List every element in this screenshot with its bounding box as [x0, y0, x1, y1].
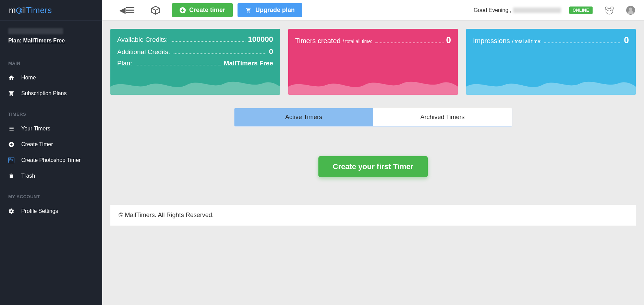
- nav-label-ps-timer: Create Photoshop Timer: [21, 157, 81, 163]
- plan-card-label: Plan:: [117, 60, 132, 67]
- mailchimp-icon[interactable]: [604, 5, 615, 15]
- available-credits-value: 100000: [248, 35, 273, 44]
- additional-credits-label: Additional Credits:: [117, 48, 170, 56]
- available-credits-label: Available Credits:: [117, 36, 168, 43]
- cart-icon: [245, 8, 252, 13]
- greeting-text: Good Evening ,: [474, 7, 511, 13]
- cart-icon: [8, 90, 14, 97]
- user-section: Plan: MailTimers Free: [0, 21, 102, 50]
- timers-created-card: Timers created / total all time: 0: [288, 29, 458, 95]
- timer-tabs: Active Timers Archived Timers: [234, 108, 512, 127]
- arrow-left-icon: ◀: [119, 5, 125, 15]
- sidebar-item-profile-settings[interactable]: Profile Settings: [0, 203, 102, 219]
- plan-link[interactable]: MailTimers Free: [23, 38, 65, 43]
- user-name-redacted: [8, 28, 63, 34]
- sidebar-item-create-timer[interactable]: Create Timer: [0, 137, 102, 152]
- create-timer-label: Create timer: [189, 7, 225, 14]
- nav-label-subscription: Subscription Plans: [21, 90, 67, 97]
- sidebar-item-create-ps-timer[interactable]: Create Photoshop Timer: [0, 152, 102, 168]
- sidebar-item-subscription[interactable]: Subscription Plans: [0, 86, 102, 101]
- stat-cards: Available Credits: 100000 Additional Cre…: [110, 29, 636, 95]
- gears-icon: [8, 208, 14, 214]
- tab-active-timers[interactable]: Active Timers: [234, 108, 373, 126]
- svg-point-0: [606, 8, 613, 14]
- empty-state: Create your first Timer: [110, 156, 636, 177]
- svg-point-1: [607, 10, 608, 11]
- sidebar-item-home[interactable]: Home: [0, 70, 102, 86]
- impressions-label: Impressions: [473, 37, 510, 45]
- plus-icon: [180, 7, 186, 13]
- logo-text-m: m: [9, 5, 16, 15]
- username-redacted: [513, 8, 561, 13]
- logo[interactable]: milTimers: [0, 0, 102, 21]
- sidebar-item-your-timers[interactable]: Your Timers: [0, 121, 102, 137]
- nav-label-home: Home: [21, 75, 36, 81]
- nav-section-timers: TIMERS: [0, 101, 102, 121]
- nav-label-create-timer: Create Timer: [21, 141, 53, 148]
- footer: © MailTimers. All Rights Reserved.: [110, 205, 636, 226]
- content: Available Credits: 100000 Additional Cre…: [102, 21, 644, 305]
- svg-point-2: [610, 10, 611, 11]
- logo-text-timers: Timers: [26, 5, 52, 15]
- wave-decoration: [466, 76, 636, 95]
- main: ◀ Create timer Upgrade plan Good Evening…: [102, 0, 644, 305]
- user-avatar[interactable]: [626, 6, 635, 15]
- plus-circle-icon: [8, 141, 14, 148]
- topbar: ◀ Create timer Upgrade plan Good Evening…: [102, 0, 644, 21]
- nav-label-trash: Trash: [21, 173, 35, 179]
- upgrade-plan-button[interactable]: Upgrade plan: [238, 3, 302, 17]
- trash-icon: [8, 173, 14, 179]
- sidebar-item-trash[interactable]: Trash: [0, 168, 102, 184]
- nav-section-account: MY ACCOUNT: [0, 184, 102, 203]
- impressions-card: Impressions / total all time: 0: [466, 29, 636, 95]
- additional-credits-value: 0: [269, 47, 273, 56]
- nav-section-main: MAIN: [0, 50, 102, 70]
- greeting: Good Evening ,: [474, 7, 561, 13]
- nav-label-your-timers: Your Timers: [21, 126, 50, 132]
- wave-decoration: [288, 76, 458, 95]
- timers-created-label: Timers created: [295, 37, 341, 45]
- timers-created-value: 0: [446, 35, 451, 46]
- create-timer-button[interactable]: Create timer: [172, 3, 233, 17]
- plan-text: Plan: MailTimers Free: [8, 38, 94, 44]
- logo-text-il: il: [22, 5, 26, 15]
- credits-card: Available Credits: 100000 Additional Cre…: [110, 29, 280, 95]
- create-first-timer-button[interactable]: Create your first Timer: [318, 156, 428, 177]
- hamburger-icon: [126, 7, 134, 13]
- online-badge: ONLINE: [569, 7, 593, 14]
- home-icon: [8, 75, 14, 81]
- list-icon: [8, 126, 14, 132]
- timers-created-sub: / total all time:: [343, 39, 372, 44]
- plan-label: Plan:: [8, 38, 22, 43]
- photoshop-icon: [8, 157, 14, 163]
- impressions-value: 0: [624, 35, 629, 46]
- box-icon[interactable]: [151, 5, 160, 15]
- sidebar-toggle[interactable]: ◀: [119, 5, 134, 15]
- wave-decoration: [110, 76, 280, 95]
- upgrade-label: Upgrade plan: [255, 7, 295, 14]
- impressions-sub: / total all time:: [512, 39, 542, 44]
- sidebar: milTimers Plan: MailTimers Free MAIN Hom…: [0, 0, 102, 305]
- tab-archived-timers[interactable]: Archived Timers: [373, 108, 512, 126]
- plan-card-value: MailTimers Free: [224, 60, 273, 67]
- nav-label-profile: Profile Settings: [21, 208, 58, 214]
